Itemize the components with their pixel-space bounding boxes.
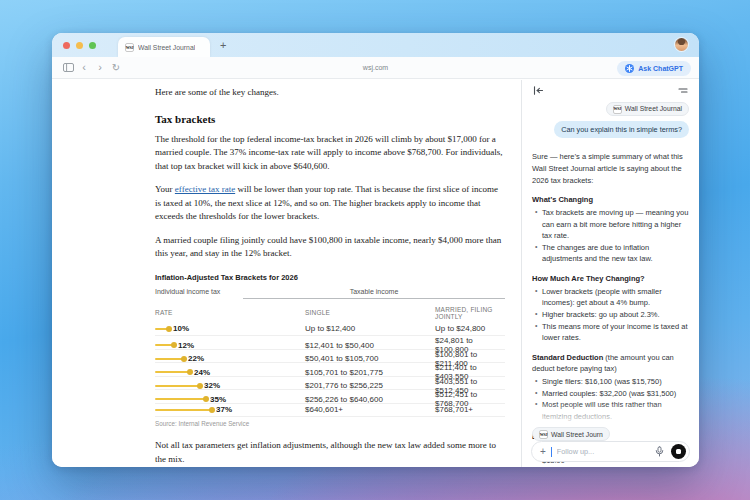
chat-input-bar[interactable]: + <box>531 441 690 462</box>
browser-toolbar: ‹ › ↻ wsj.com Ask ChatGPT <box>52 57 699 79</box>
article-intro: Here are some of the key changes. <box>155 86 505 100</box>
input-attachment-chip[interactable]: WSJ Wall Street Journ <box>532 427 610 441</box>
article-pane: Here are some of the key changes. Tax br… <box>52 80 522 467</box>
sidebar-header <box>522 80 699 98</box>
table-row: 22% $50,401 to $105,700$100,801 to $211,… <box>155 350 505 364</box>
table-group-left: Individual income tax <box>155 288 243 299</box>
table-row: 35% $256,226 to $640,600$512,451 to $768… <box>155 390 505 404</box>
minimize-window-button[interactable] <box>76 42 83 49</box>
attachment-chip[interactable]: WSJ Wall Street Journal <box>606 102 689 116</box>
new-tab-button[interactable]: + <box>220 39 226 51</box>
article-paragraph: A married couple filing jointly could ha… <box>155 234 505 261</box>
wsj-favicon-icon: WSJ <box>613 105 622 114</box>
stop-button[interactable] <box>671 444 686 459</box>
text-cursor <box>551 447 552 457</box>
follow-up-input[interactable] <box>557 447 647 456</box>
wsj-favicon-icon: WSJ <box>539 430 548 439</box>
user-avatar[interactable] <box>675 38 688 51</box>
tab-strip: WSJ Wall Street Journal + <box>52 33 699 57</box>
table-row: 10% Up to $12,400Up to $24,800 <box>155 323 505 337</box>
table-source: Source: Internal Revenue Service <box>155 420 505 427</box>
col-header-married: MARRIED, FILING JOINTLY <box>435 306 505 320</box>
reload-icon[interactable]: ↻ <box>108 60 124 76</box>
chatgpt-icon <box>625 64 634 73</box>
zoom-window-button[interactable] <box>89 42 96 49</box>
table-title: Inflation-Adjusted Tax Brackets for 2026 <box>155 273 505 282</box>
section-heading: What’s Changing <box>532 194 689 206</box>
table-row: 32% $201,776 to $256,225$403,551 to $512… <box>155 377 505 391</box>
rate-marker <box>155 358 184 360</box>
tax-brackets-table: Individual income tax Taxable income RAT… <box>155 288 505 428</box>
rate-marker <box>155 398 206 400</box>
microphone-icon[interactable] <box>652 445 666 459</box>
tab-title: Wall Street Journal <box>138 44 195 51</box>
table-group-right: Taxable income <box>243 288 505 299</box>
rate-marker <box>155 409 212 411</box>
user-message-bubble: Can you explain this in simple terms? <box>554 121 689 138</box>
address-bar[interactable]: wsj.com <box>52 64 699 71</box>
chat-thread: WSJ Wall Street Journal Can you explain … <box>522 100 699 467</box>
add-attachment-icon[interactable]: + <box>540 447 546 457</box>
col-header-single: SINGLE <box>305 309 435 316</box>
rate-marker <box>155 344 174 346</box>
back-icon[interactable]: ‹ <box>76 60 92 76</box>
table-row: 12% $12,401 to $50,400$24,801 to $100,80… <box>155 336 505 350</box>
wsj-favicon-icon: WSJ <box>125 43 134 52</box>
sidebar-toggle-icon[interactable] <box>60 60 76 76</box>
table-row: 24% $105,701 to $201,775$211,401 to $403… <box>155 363 505 377</box>
close-window-button[interactable] <box>63 42 70 49</box>
browser-window: WSJ Wall Street Journal + ‹ › ↻ wsj.com … <box>52 33 699 467</box>
chatgpt-sidebar: WSJ Wall Street Journal Can you explain … <box>522 80 699 467</box>
col-header-rate: RATE <box>155 309 305 316</box>
tab-wall-street-journal[interactable]: WSJ Wall Street Journal <box>118 37 210 57</box>
forward-icon[interactable]: › <box>92 60 108 76</box>
article-paragraph: The threshold for the top federal income… <box>155 133 505 174</box>
article-heading-tax-brackets: Tax brackets <box>155 113 505 125</box>
rate-marker <box>155 371 190 373</box>
section-heading: Standard Deduction (the amount you can d… <box>532 352 689 375</box>
assistant-message: Sure — here’s a simple summary of what t… <box>532 151 689 466</box>
panel-options-icon[interactable] <box>676 83 690 97</box>
article-paragraph: Not all tax parameters get inflation adj… <box>155 439 505 466</box>
rate-marker <box>155 385 200 387</box>
window-controls <box>52 42 96 49</box>
section-heading: How Much Are They Changing? <box>532 273 689 285</box>
ask-chatgpt-button[interactable]: Ask ChatGPT <box>617 61 691 76</box>
article-paragraph: Your effective tax rate will be lower th… <box>155 183 505 224</box>
rate-marker <box>155 328 169 330</box>
collapse-panel-icon[interactable] <box>531 83 545 97</box>
table-row: 37% $640,601+$768,701+ <box>155 404 505 418</box>
effective-tax-rate-link[interactable]: effective tax rate <box>175 184 235 194</box>
